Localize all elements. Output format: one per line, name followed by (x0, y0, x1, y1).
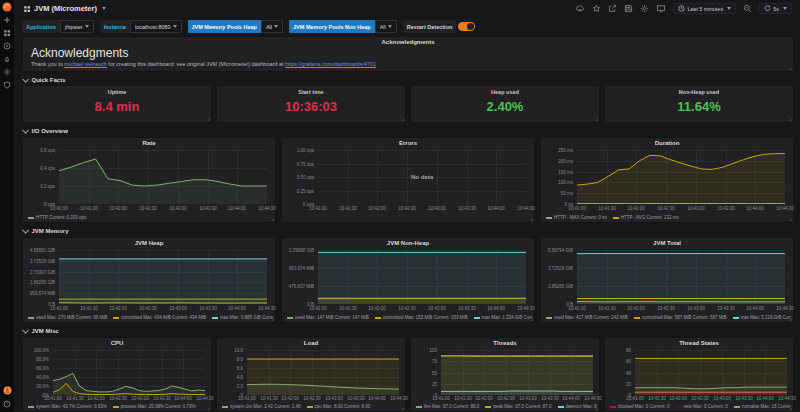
x-tick-label: 10:44:30 (776, 306, 794, 311)
dashboard-link[interactable]: https://grafana.com/dashboards/4701 (285, 61, 376, 67)
y-tick-label: 40.0% (36, 375, 49, 380)
plot-area[interactable] (318, 250, 526, 304)
panel-title[interactable]: Thread States (605, 340, 793, 346)
var-value: localhost:8080 (135, 24, 170, 30)
row-jvm-memory[interactable]: JVM Memory (22, 227, 69, 235)
panel-title[interactable]: CPU (23, 340, 211, 346)
configuration-gear-icon[interactable] (0, 65, 14, 78)
legend-item[interactable]: process Max: 25.98% Current: 0.79% (113, 404, 196, 409)
legend-item[interactable]: HTTP - MAX Current: 0 ns (546, 215, 607, 220)
svg-text:?: ? (6, 401, 9, 406)
var-application[interactable]: Application jhipster (22, 20, 94, 33)
legend-item[interactable]: system Max: 43.7% Current: 9.63% (28, 404, 107, 409)
legend-item[interactable]: max Max: 1.334 GiB Current: 1.334 GiB (474, 315, 532, 320)
grafana-logo[interactable] (0, 0, 14, 13)
var-value: All (266, 24, 272, 30)
refresh-picker[interactable]: 5s (759, 3, 792, 14)
stat-title[interactable]: Start time (217, 89, 405, 95)
dashboards-icon[interactable] (0, 26, 14, 39)
plot-area[interactable] (59, 150, 267, 204)
var-jvm-memory-pools-non-heap[interactable]: JVM Memory Pools Non Heap All (289, 20, 397, 33)
legend-item[interactable]: committed Max: 434 MiB Current: 434 MiB (113, 315, 206, 320)
legend-item[interactable]: max Max: 5.219 GiB Current: 5.219 GiB (733, 315, 791, 320)
var-instance[interactable]: Instance localhost:8080 (100, 20, 182, 33)
plot-area[interactable] (577, 150, 785, 204)
legend-item[interactable]: committed Max: 587 MiB Current: 587 MiB (634, 315, 727, 320)
help-icon[interactable]: ? (0, 397, 14, 410)
dashboard-title[interactable]: JVM (Micrometer) (23, 4, 106, 13)
explore-compass-icon[interactable] (0, 39, 14, 52)
plot-area[interactable] (577, 250, 785, 304)
legend-item[interactable]: daemon Max: 9.0 Current: 8.0 (558, 404, 597, 409)
legend-item[interactable]: HTTP - AVG Current: 232 ms (613, 215, 679, 220)
x-tick-label: 10:41:30 (339, 306, 357, 311)
stat-title[interactable]: Non-Heap used (605, 89, 793, 95)
panel-title[interactable]: Errors (282, 140, 534, 146)
y-tick-label: 1.00 ops (297, 148, 314, 153)
x-tick-label: 10:41:30 (80, 306, 98, 311)
legend-item[interactable]: cpu Max: 8.00 Current: 8.00 (307, 404, 371, 409)
user-avatar[interactable] (0, 384, 14, 397)
var-label: Application (22, 20, 60, 33)
plot-area[interactable] (247, 350, 399, 395)
kiosk-tv-icon[interactable] (656, 4, 666, 13)
var-jvm-memory-pools-heap[interactable]: JVM Memory Pools Heap All (188, 20, 284, 33)
star-icon[interactable] (592, 4, 601, 13)
legend-item[interactable]: max Max: 3.885 GiB Current: 3.885 GiB (212, 315, 273, 320)
y-tick-label: 2.79397 GiB (30, 270, 55, 275)
legend-item[interactable]: used Max: 147 MiB Current: 147 MiB (287, 315, 369, 320)
legend-item[interactable]: system-1m Max: 2.42 Current: 1.48 (222, 404, 301, 409)
x-tick-label: 10:43:30 (717, 306, 735, 311)
row-io-overview[interactable]: I/O Overview (22, 127, 68, 135)
author-link[interactable]: michael weirauch (64, 61, 107, 67)
panel-title[interactable]: JVM Non-Heap (282, 240, 534, 246)
plot-area[interactable]: No data (318, 150, 526, 204)
time-range-picker[interactable]: Last 5 minutes (673, 3, 736, 14)
legend-item[interactable]: peak Max: 87.0 Current: 87.0 (485, 404, 551, 409)
legend: system Max: 43.7% Current: 9.63%process … (28, 403, 209, 410)
panel-title[interactable]: JVM Total (541, 240, 793, 246)
stat-title[interactable]: Heap used (411, 89, 599, 95)
new-plus-icon[interactable] (0, 13, 14, 26)
panel-title[interactable]: Load (217, 340, 405, 346)
panel-title[interactable]: Threads (411, 340, 599, 346)
x-tick-label: 10:44:30 (517, 206, 535, 211)
plot-area[interactable] (635, 350, 787, 395)
x-tick-label: 10:42:30 (497, 396, 515, 401)
panel-title[interactable]: Duration (541, 140, 793, 146)
panel-title[interactable]: Acknowledgments (23, 39, 793, 45)
y-axis-labels: 0 ops0.2 ops0.4 ops0.6 ops (23, 150, 57, 204)
plot-area[interactable] (441, 350, 593, 395)
settings-gear-icon[interactable] (640, 4, 649, 13)
legend-item[interactable]: runnable Max: 15 Current: 14 (734, 404, 791, 409)
panel-title[interactable]: JVM Heap (23, 240, 275, 246)
legend-item[interactable]: committed Max: 153 MiB Current: 153 MiB (375, 315, 468, 320)
ack-heading: Acknowledgments (31, 46, 128, 60)
snapshot-cloud-icon[interactable] (575, 4, 585, 13)
legend-item[interactable]: used Max: 270 MiB Current: 95 MiB (28, 315, 107, 320)
plot-area[interactable] (53, 350, 205, 395)
legend-item[interactable]: live Max: 87.0 Current: 86.0 (416, 404, 479, 409)
legend-item[interactable]: new Max: 0 Current: 0 (676, 404, 728, 409)
legend-item[interactable]: used Max: 417 MiB Current: 242 MiB (546, 315, 628, 320)
stat-title[interactable]: Uptime (23, 89, 211, 95)
refresh-interval-label: 5s (773, 6, 779, 12)
legend-item[interactable]: blocked Max: 0 Current: 0 (610, 404, 670, 409)
legend-item[interactable]: HTTP Current: 0.200 ops (28, 215, 86, 220)
panel-jvm-heap: JVM Heap0 B953.674 MiB1.86265 GiB2.79397… (22, 237, 276, 323)
y-tick-label: 80 (626, 348, 631, 353)
row-jvm-misc[interactable]: JVM Misc (22, 327, 59, 335)
alerting-bell-icon[interactable] (0, 52, 14, 65)
share-icon[interactable] (608, 4, 617, 13)
save-icon[interactable] (624, 4, 633, 13)
server-admin-shield-icon[interactable] (0, 78, 14, 91)
x-tick-label: 10:44:00 (368, 396, 386, 401)
x-tick-label: 10:42:00 (109, 206, 127, 211)
panel-title[interactable]: Rate (23, 140, 275, 146)
row-quick-facts[interactable]: Quick Facts (22, 76, 66, 84)
plot-area[interactable] (59, 250, 267, 304)
restart-detection-toggle[interactable] (458, 22, 475, 31)
x-tick-label: 10:43:00 (428, 306, 446, 311)
zoom-out-icon[interactable] (743, 4, 752, 13)
x-tick-label: 10:43:00 (519, 396, 537, 401)
